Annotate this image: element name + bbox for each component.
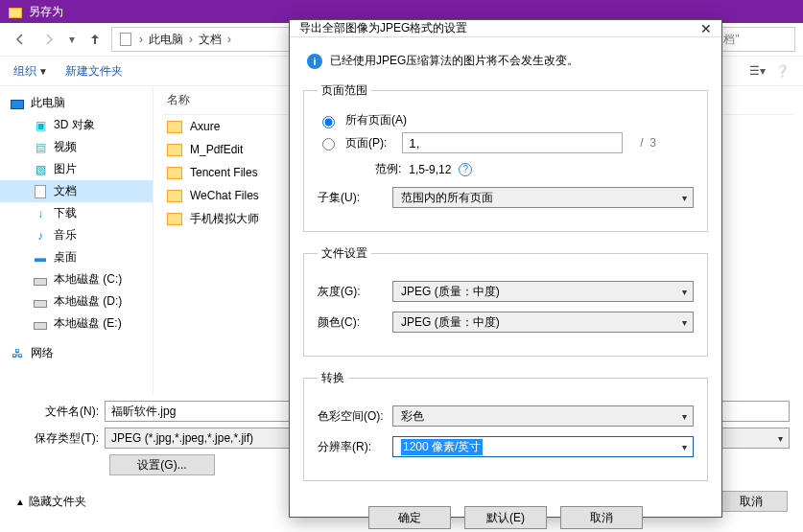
subset-combo[interactable]: 范围内的所有页面 (392, 187, 694, 208)
chevron-right-icon: › (227, 33, 231, 46)
tree-pictures[interactable]: ▧图片 (0, 158, 153, 180)
tree-drive-e[interactable]: 本地磁盘 (E:) (0, 312, 153, 335)
nav-forward-button[interactable] (36, 27, 61, 52)
info-text: 已经使用JPEG压缩算法的图片将不会发生改变。 (330, 53, 579, 69)
window-title: 另存为 (29, 4, 63, 20)
tree-network[interactable]: 🖧网络 (0, 342, 153, 364)
dialog-close-button[interactable]: ✕ (700, 21, 712, 36)
nav-up-button[interactable] (83, 27, 107, 52)
pages-label: 页面(P): (345, 135, 387, 151)
resolution-combo[interactable]: 1200 像素/英寸 (392, 436, 694, 457)
savetype-label: 保存类型(T): (13, 430, 105, 447)
cancel-button[interactable]: 取消 (715, 491, 788, 512)
pages-radio[interactable] (322, 138, 335, 150)
resolution-label: 分辨率(R): (318, 439, 392, 455)
dialog-cancel-button[interactable]: 取消 (560, 506, 643, 529)
dialog-title: 导出全部图像为JPEG格式的设置 (299, 20, 467, 36)
hide-folders-link[interactable]: ▲ 隐藏文件夹 (15, 494, 86, 510)
tree-documents[interactable]: 文档 (0, 180, 153, 202)
folder-icon (167, 142, 182, 157)
example-value: 1,5-9,12 (409, 163, 451, 176)
folder-icon (167, 188, 182, 203)
nav-history-dropdown[interactable]: ▾ (65, 27, 79, 52)
subset-label: 子集(U): (318, 190, 392, 206)
drive-icon (33, 272, 48, 288)
download-icon: ↓ (33, 206, 48, 221)
export-settings-dialog: 导出全部图像为JPEG格式的设置 ✕ i 已经使用JPEG压缩算法的图片将不会发… (289, 19, 722, 518)
page-range-group: 页面范围 所有页面(A) 页面(P): / 3 范例: 1,5-9,12 ? 子… (303, 82, 708, 232)
music-icon: ♪ (33, 228, 48, 243)
ok-button[interactable]: 确定 (368, 506, 451, 529)
tree-downloads[interactable]: ↓下载 (0, 202, 153, 224)
gray-combo[interactable]: JPEG (质量：中度) (392, 281, 694, 302)
filename-label: 文件名(N): (13, 404, 105, 420)
file-settings-legend: 文件设置 (318, 245, 371, 262)
chevron-right-icon: › (189, 33, 193, 46)
nav-back-button[interactable] (8, 27, 33, 52)
monitor-icon (10, 96, 25, 111)
settings-button[interactable]: 设置(G)... (109, 454, 215, 475)
desktop-icon: ▬ (33, 250, 48, 266)
colorspace-label: 色彩空间(O): (318, 408, 392, 425)
all-pages-radio[interactable] (322, 116, 335, 128)
breadcrumb-thispc[interactable]: 此电脑 (149, 32, 183, 48)
chevron-up-icon: ▲ (15, 497, 25, 507)
document-icon (33, 184, 48, 199)
network-icon: 🖧 (10, 346, 25, 361)
gray-label: 灰度(G): (318, 284, 392, 300)
pages-total: / 3 (640, 136, 656, 150)
example-label: 范例: (375, 161, 401, 177)
tree-thispc[interactable]: 此电脑 (0, 92, 153, 114)
folder-icon (8, 4, 23, 19)
page-range-legend: 页面范围 (318, 82, 371, 99)
info-icon: i (307, 54, 322, 69)
tree-3dobjects[interactable]: ▣3D 对象 (0, 114, 153, 136)
help-icon[interactable]: ? (459, 163, 472, 176)
breadcrumb-root-icon (118, 32, 133, 47)
folder-icon (167, 119, 182, 134)
film-icon: ▤ (33, 140, 48, 155)
tree-music[interactable]: ♪音乐 (0, 224, 153, 246)
tree-videos[interactable]: ▤视频 (0, 136, 153, 158)
drive-icon (33, 316, 48, 332)
picture-icon: ▧ (33, 162, 48, 177)
tree-desktop[interactable]: ▬桌面 (0, 246, 153, 268)
tree-drive-c[interactable]: 本地磁盘 (C:) (0, 268, 153, 290)
organize-button[interactable]: 组织▼ (13, 63, 48, 80)
view-options-button[interactable]: ☰▾ (749, 64, 766, 78)
breadcrumb-docs[interactable]: 文档 (199, 32, 222, 48)
folder-icon (167, 165, 182, 180)
tree-drive-d[interactable]: 本地磁盘 (D:) (0, 290, 153, 312)
help-button[interactable]: ❔ (775, 64, 790, 78)
folder-tree: 此电脑 ▣3D 对象 ▤视频 ▧图片 文档 ↓下载 ♪音乐 ▬桌面 本地磁盘 (… (0, 86, 154, 395)
color-label: 颜色(C): (318, 314, 392, 331)
chevron-right-icon: › (139, 33, 143, 46)
folder-icon (167, 212, 182, 227)
cube-icon: ▣ (33, 118, 48, 133)
new-folder-button[interactable]: 新建文件夹 (65, 63, 123, 80)
convert-legend: 转换 (318, 370, 348, 386)
convert-group: 转换 色彩空间(O): 彩色 分辨率(R): 1200 像素/英寸 (303, 370, 708, 481)
defaults-button[interactable]: 默认(E) (464, 506, 547, 529)
file-settings-group: 文件设置 灰度(G): JPEG (质量：中度) 颜色(C): JPEG (质量… (303, 245, 708, 357)
all-pages-label: 所有页面(A) (345, 112, 407, 128)
pages-input[interactable] (402, 132, 623, 153)
color-combo[interactable]: JPEG (质量：中度) (392, 312, 694, 333)
colorspace-combo[interactable]: 彩色 (392, 405, 694, 427)
drive-icon (33, 294, 48, 310)
